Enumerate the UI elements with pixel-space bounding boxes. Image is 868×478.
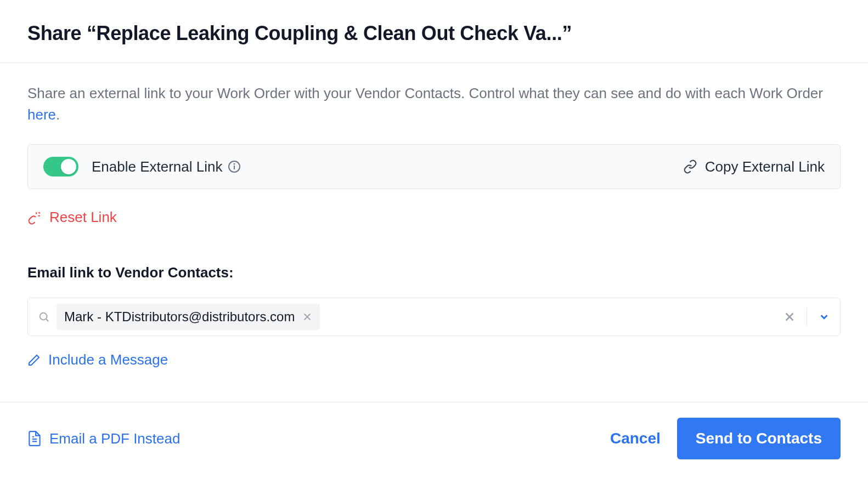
copy-external-link-button[interactable]: Copy External Link [683, 158, 825, 175]
modal-header: Share “Replace Leaking Coupling & Clean … [0, 0, 868, 63]
vendor-contacts-combobox[interactable]: Mark - KTDistributors@distributors.com [27, 298, 841, 336]
pencil-icon [27, 354, 41, 367]
svg-line-7 [46, 319, 48, 321]
clear-all-icon[interactable] [784, 311, 796, 323]
include-message-button[interactable]: Include a Message [27, 351, 841, 368]
chip-remove-icon[interactable] [302, 312, 312, 322]
intro-after: . [56, 106, 60, 123]
file-icon [27, 430, 42, 447]
contact-chip: Mark - KTDistributors@distributors.com [57, 304, 320, 330]
email-section-label: Email link to Vendor Contacts: [27, 264, 841, 281]
contact-chip-label: Mark - KTDistributors@distributors.com [64, 309, 295, 325]
enable-external-link-box: Enable External Link Copy External Link [27, 144, 841, 189]
modal-body: Share an external link to your Work Orde… [0, 63, 868, 402]
share-modal: Share “Replace Leaking Coupling & Clean … [0, 0, 868, 478]
link-icon [683, 160, 697, 174]
info-icon[interactable] [228, 160, 241, 173]
email-pdf-button[interactable]: Email a PDF Instead [27, 430, 180, 447]
chevron-down-icon[interactable] [818, 311, 830, 323]
enable-link-toggle[interactable] [43, 157, 78, 177]
search-icon [38, 311, 50, 323]
unlink-icon [27, 210, 42, 225]
svg-point-2 [234, 164, 235, 164]
reset-link-label: Reset Link [49, 209, 117, 226]
toggle-knob [61, 159, 76, 174]
enable-left-group: Enable External Link [43, 157, 241, 177]
intro-text: Share an external link to your Work Orde… [27, 83, 841, 126]
reset-link-button[interactable]: Reset Link [27, 209, 841, 226]
cancel-button[interactable]: Cancel [610, 430, 661, 447]
footer-actions: Cancel Send to Contacts [610, 418, 841, 459]
combo-divider [807, 308, 807, 326]
svg-point-6 [40, 313, 47, 320]
svg-line-3 [39, 212, 40, 213]
enable-link-label: Enable External Link [92, 158, 241, 175]
settings-link[interactable]: here [27, 106, 56, 123]
modal-title: Share “Replace Leaking Coupling & Clean … [27, 22, 841, 45]
include-message-label: Include a Message [48, 351, 168, 368]
send-to-contacts-button[interactable]: Send to Contacts [677, 418, 841, 459]
intro-before: Share an external link to your Work Orde… [27, 85, 823, 101]
email-pdf-label: Email a PDF Instead [49, 430, 180, 447]
enable-link-label-text: Enable External Link [92, 158, 222, 175]
copy-link-label: Copy External Link [705, 158, 825, 175]
modal-footer: Email a PDF Instead Cancel Send to Conta… [0, 402, 868, 478]
